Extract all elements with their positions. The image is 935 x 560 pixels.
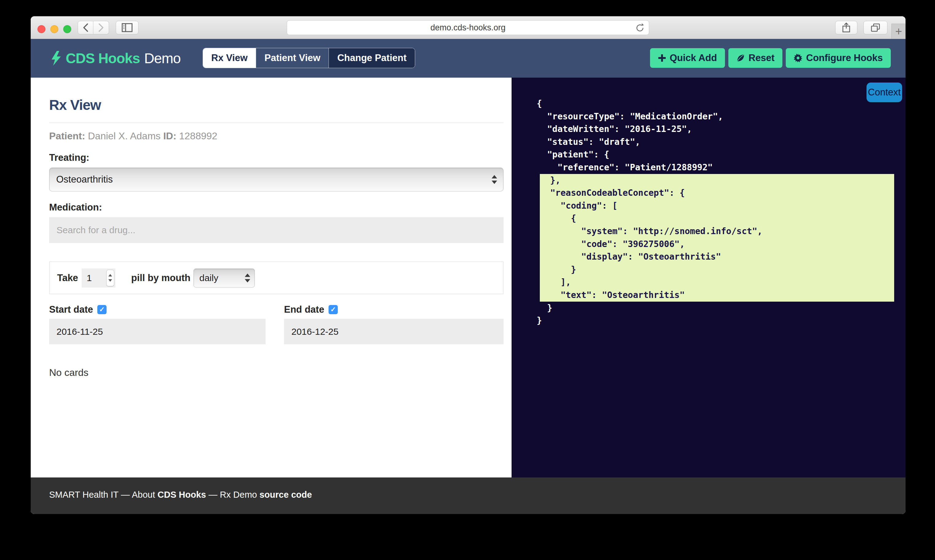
- context-button[interactable]: Context: [867, 83, 902, 102]
- tab-overview-icon: [870, 23, 880, 32]
- zoom-window-button[interactable]: [63, 25, 71, 33]
- code-line: }: [537, 314, 894, 327]
- sidebar-icon: [122, 23, 133, 32]
- code-line: "coding": [: [540, 200, 894, 212]
- end-date-label: End date: [284, 304, 324, 315]
- share-button[interactable]: [835, 21, 857, 34]
- about-text: About: [132, 490, 157, 500]
- code-line: "display": "Osteoarthritis": [540, 251, 894, 263]
- date-range-row: Start date End date: [49, 304, 504, 344]
- brand-link[interactable]: CDS Hooks Demo: [50, 39, 181, 78]
- take-label: Take: [57, 272, 78, 283]
- quick-add-button[interactable]: Quick Add: [650, 48, 725, 68]
- browser-toolbar: demo.cds-hooks.org +: [31, 16, 906, 39]
- treating-selected-value: Osteoarthritis: [56, 174, 113, 185]
- browser-window: demo.cds-hooks.org + CDS Hooks Demo Rx V…: [31, 16, 906, 514]
- tab-change-patient[interactable]: Change Patient: [329, 48, 415, 68]
- leaf-icon: [736, 54, 745, 62]
- window-controls: [37, 25, 71, 33]
- context-panel: Context { "resourceType": "MedicationOrd…: [512, 78, 906, 477]
- code-line: "code": "396275006",: [540, 238, 894, 251]
- patient-name: Daniel X. Adams: [85, 131, 163, 142]
- view-tabs: Rx View Patient View Change Patient: [203, 48, 415, 68]
- treating-label: Treating:: [49, 152, 504, 163]
- code-line: "resourceType": "MedicationOrder",: [537, 110, 894, 123]
- patient-info: Patient: Daniel X. Adams ID: 1288992: [49, 131, 504, 142]
- code-line: "reasonCodeableConcept": {: [540, 186, 894, 200]
- minimize-window-button[interactable]: [50, 25, 58, 33]
- frequency-select[interactable]: daily: [193, 269, 255, 288]
- main-content: Rx View Patient: Daniel X. Adams ID: 128…: [31, 78, 906, 477]
- back-chevron-icon: [82, 23, 89, 32]
- quantity-stepper[interactable]: 1: [82, 269, 116, 288]
- start-date-input[interactable]: [49, 319, 265, 344]
- tab-overview-button[interactable]: [864, 21, 887, 34]
- start-date-label-row: Start date: [49, 304, 265, 315]
- route-label: pill by mouth: [131, 272, 190, 283]
- tab-rx-view[interactable]: Rx View: [203, 48, 256, 68]
- code-line: "text": "Osteoarthritis": [540, 289, 894, 302]
- forward-button[interactable]: [93, 21, 109, 34]
- plus-tab-icon: +: [895, 25, 902, 38]
- cds-hooks-link[interactable]: CDS Hooks: [157, 490, 206, 500]
- medication-label: Medication:: [49, 202, 504, 213]
- back-button[interactable]: [78, 21, 93, 34]
- patient-id: 1288992: [176, 131, 217, 142]
- end-date-label-row: End date: [284, 304, 504, 315]
- start-date-checkbox[interactable]: [97, 305, 106, 314]
- end-date-checkbox[interactable]: [329, 305, 338, 314]
- code-line: {: [540, 212, 894, 225]
- share-icon: [842, 22, 850, 33]
- tab-patient-view[interactable]: Patient View: [256, 48, 329, 68]
- select-updown-icon: [492, 175, 497, 184]
- close-window-button[interactable]: [37, 25, 45, 33]
- page-title: Rx View: [49, 97, 504, 113]
- lightning-bolt-icon: [50, 51, 62, 66]
- navbar-actions: Quick Add Reset Configure Hooks: [650, 48, 891, 68]
- code-line: "dateWritten": "2016-11-25",: [537, 123, 894, 135]
- treating-select[interactable]: Osteoarthritis: [49, 168, 504, 191]
- reset-button[interactable]: Reset: [728, 48, 782, 68]
- source-code-link[interactable]: source code: [259, 490, 312, 500]
- code-line: }: [540, 263, 894, 276]
- code-line: ],: [540, 276, 894, 289]
- code-line: "system": "http://snomed.info/sct",: [540, 225, 894, 238]
- code-line: {: [537, 97, 894, 110]
- address-bar[interactable]: demo.cds-hooks.org: [287, 20, 649, 35]
- code-line: "reference": "Patient/1288992": [537, 161, 894, 174]
- divider: [49, 122, 504, 123]
- select-updown-icon: [245, 274, 250, 282]
- code-line: }: [537, 302, 894, 314]
- reload-icon[interactable]: [635, 23, 645, 35]
- quantity-value: 1: [86, 273, 106, 283]
- plus-icon: [658, 54, 666, 62]
- medication-search-input[interactable]: [49, 217, 504, 243]
- patient-label: Patient:: [49, 131, 85, 142]
- patient-id-label: ID:: [164, 131, 177, 142]
- cards-status: No cards: [49, 367, 504, 378]
- url-text: demo.cds-hooks.org: [430, 23, 506, 32]
- dose-instruction-row: Take 1 pill by mouth daily: [49, 262, 504, 294]
- app-footer: SMART Health IT — About CDS Hooks — Rx D…: [31, 477, 906, 514]
- rx-form-panel: Rx View Patient: Daniel X. Adams ID: 128…: [31, 78, 512, 477]
- brand-suffix: Demo: [144, 50, 181, 66]
- smart-health-it-link[interactable]: SMART Health IT: [49, 490, 119, 500]
- app-navbar: CDS Hooks Demo Rx View Patient View Chan…: [31, 39, 906, 78]
- configure-hooks-button[interactable]: Configure Hooks: [786, 48, 891, 68]
- start-date-label: Start date: [49, 304, 93, 315]
- new-tab-button[interactable]: +: [892, 24, 906, 38]
- brand-name: CDS Hooks: [66, 50, 140, 66]
- code-line: "patient": {: [537, 148, 894, 161]
- code-line: "status": "draft",: [537, 135, 894, 149]
- forward-chevron-icon: [98, 23, 104, 32]
- end-date-input[interactable]: [284, 319, 504, 344]
- rx-demo-text: Rx Demo: [220, 490, 259, 500]
- gear-icon: [794, 54, 802, 62]
- sidebar-button[interactable]: [116, 21, 139, 34]
- code-line: },: [540, 174, 894, 187]
- context-code: { "resourceType": "MedicationOrder", "da…: [512, 78, 906, 327]
- stepper-updown-icon[interactable]: [106, 270, 114, 286]
- frequency-selected-value: daily: [199, 273, 218, 283]
